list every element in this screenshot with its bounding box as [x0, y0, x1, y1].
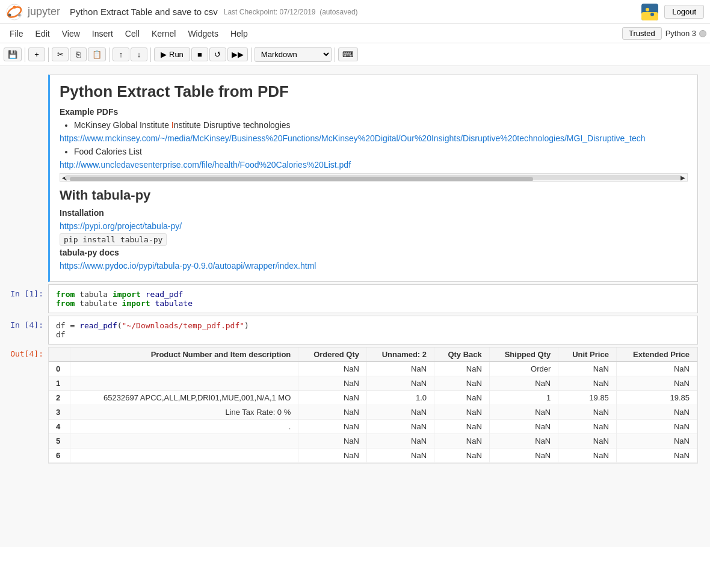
menu-cell[interactable]: Cell: [119, 27, 146, 40]
keyboard-shortcuts-button[interactable]: ⌨: [338, 47, 358, 61]
menu-insert[interactable]: Insert: [86, 27, 119, 40]
tabula-pypi-link[interactable]: https://pypi.org/project/tabula-py/: [60, 221, 182, 231]
trusted-button[interactable]: Trusted: [622, 27, 662, 40]
fast-forward-button[interactable]: ▶▶: [227, 47, 248, 61]
horizontal-scrollbar[interactable]: ◀ ▶: [60, 173, 688, 182]
keyboard-icon: ⌨: [342, 50, 354, 59]
menu-view[interactable]: View: [56, 27, 86, 40]
copy-button[interactable]: ⎘: [70, 47, 87, 61]
cut-button[interactable]: ✂: [52, 47, 69, 61]
menu-kernel[interactable]: Kernel: [146, 27, 182, 40]
table-row: 6 NaN NaN NaN NaN NaN NaN: [49, 449, 697, 463]
mckinsey-link[interactable]: https://www.mckinsey.com/~/media/McKinse…: [60, 133, 646, 143]
restart-icon: ↺: [214, 50, 221, 59]
cell-unit-price: 19.85: [558, 391, 617, 405]
toolbar-separator-1: [25, 47, 25, 62]
output-dataframe: Product Number and Item description Orde…: [48, 347, 698, 464]
cell-prompt-empty: [0, 75, 48, 282]
cell-product: .: [70, 420, 298, 434]
cell-ordered-qty: NaN: [298, 449, 367, 463]
code-cell-2-body: df = read_pdf("~/Downloads/temp_pdf.pdf"…: [48, 316, 698, 345]
dataframe-table: Product Number and Item description Orde…: [49, 348, 697, 463]
pdf-list: McKinsey Global Institute Institute Disr…: [74, 120, 688, 130]
menu-file[interactable]: File: [4, 27, 29, 40]
move-down-button[interactable]: ↓: [131, 47, 147, 61]
code-cell-1-body: from tabula import read_pdf from tabulat…: [48, 284, 698, 313]
output-prompt: Out[4]:: [0, 347, 48, 464]
run-button[interactable]: ▶ Run: [154, 47, 190, 61]
save-icon: 💾: [8, 50, 17, 59]
restart-button[interactable]: ↺: [209, 47, 226, 61]
code-cell-2-content[interactable]: df = read_pdf("~/Downloads/temp_pdf.pdf"…: [48, 316, 698, 345]
cell-ordered-qty: NaN: [298, 420, 367, 434]
table-header: Product Number and Item description Orde…: [49, 348, 697, 362]
pdf-item-1: McKinsey Global Institute Institute Disr…: [74, 120, 688, 130]
col-ordered-qty: Ordered Qty: [298, 348, 367, 362]
code-cell-1-content[interactable]: from tabula import read_pdf from tabulat…: [48, 284, 698, 313]
cell-idx: 3: [49, 405, 70, 420]
col-shipped-qty: Shipped Qty: [489, 348, 558, 362]
paste-button[interactable]: 📋: [88, 47, 106, 61]
add-icon: +: [34, 50, 39, 59]
cell-product: Line Tax Rate: 0 %: [70, 405, 298, 420]
logout-button[interactable]: Logout: [664, 5, 704, 19]
markdown-cell-1-content[interactable]: Python Extract Table from PDF Example PD…: [48, 75, 698, 282]
stop-button[interactable]: ■: [191, 47, 208, 61]
toolbar-separator-5: [251, 47, 252, 62]
cell-type-dropdown[interactable]: Code Markdown Raw NBConvert Heading: [255, 47, 332, 62]
cell-ordered-qty: NaN: [298, 391, 367, 405]
move-up-button[interactable]: ↑: [113, 47, 129, 61]
col-extended-price: Extended Price: [616, 348, 697, 362]
cell-extended-price: NaN: [616, 362, 697, 376]
cell-unit-price: NaN: [558, 376, 617, 391]
scroll-right-arrow-icon[interactable]: ▶: [679, 174, 687, 181]
table-row: 5 NaN NaN NaN NaN NaN NaN: [49, 434, 697, 449]
save-button[interactable]: 💾: [4, 47, 22, 61]
topbar: jupyter Python Extract Table and save to…: [0, 0, 710, 24]
table-row: 2 65232697 APCC,ALL,MLP,DRI01,MUE,001,N/…: [49, 391, 697, 405]
food-link-para: http://www.uncledavesenterprise.com/file…: [60, 160, 688, 170]
table-row: 4 . NaN NaN NaN NaN NaN NaN: [49, 420, 697, 434]
menu-widgets[interactable]: Widgets: [182, 27, 224, 40]
cell-qty-back: NaN: [434, 405, 490, 420]
stop-icon: ■: [197, 50, 202, 59]
cell-shipped-qty: NaN: [489, 434, 558, 449]
food-link[interactable]: http://www.uncledavesenterprise.com/file…: [60, 160, 351, 170]
cell-qty-back: NaN: [434, 434, 490, 449]
tabula-docs-link[interactable]: https://www.pydoc.io/pypi/tabula-py-0.9.…: [60, 261, 316, 271]
cell-extended-price: NaN: [616, 405, 697, 420]
toolbar-separator-4: [150, 47, 151, 62]
code-cell-1-area: In [1]: from tabula import read_pdf from…: [0, 284, 710, 313]
cell-unnamed2: NaN: [366, 405, 434, 420]
tabula-heading: With tabula-py: [60, 188, 688, 203]
cell-product: 65232697 APCC,ALL,MLP,DRI01,MUE,001,N/A,…: [70, 391, 298, 405]
code-cell-2-area: In [4]: df = read_pdf("~/Downloads/temp_…: [0, 316, 710, 345]
copy-icon: ⎘: [76, 50, 81, 59]
tabula-docs-link-para: https://www.pydoc.io/pypi/tabula-py-0.9.…: [60, 261, 688, 271]
toolbar-separator-6: [335, 47, 335, 62]
menu-help[interactable]: Help: [224, 27, 254, 40]
cell-shipped-qty: NaN: [489, 449, 558, 463]
menu-edit[interactable]: Edit: [29, 27, 56, 40]
cell-idx: 0: [49, 362, 70, 376]
add-cell-button[interactable]: +: [28, 47, 45, 61]
python-icon: [641, 4, 658, 20]
installation-label: Installation: [60, 208, 688, 218]
notebook-h1: Python Extract Table from PDF: [60, 82, 688, 101]
kernel-status-circle: [699, 30, 706, 37]
svg-point-7: [646, 8, 649, 11]
svg-point-4: [8, 13, 11, 16]
svg-point-8: [650, 13, 654, 16]
run-triangle-icon: ▶: [161, 50, 167, 59]
scrollbar-thumb[interactable]: [70, 177, 533, 182]
cell-unnamed2: 1.0: [366, 391, 434, 405]
paste-icon: 📋: [92, 50, 102, 59]
cell-shipped-qty: NaN: [489, 376, 558, 391]
jupyter-logo-icon: [6, 4, 23, 20]
table-row: 1 NaN NaN NaN NaN NaN NaN: [49, 376, 697, 391]
toolbar-separator-3: [109, 47, 110, 62]
cell-idx: 1: [49, 376, 70, 391]
notebook-title: Python Extract Table and save to csv: [70, 7, 218, 17]
pdf-item-2: Food Calories List: [74, 147, 688, 156]
cell-unit-price: NaN: [558, 420, 617, 434]
